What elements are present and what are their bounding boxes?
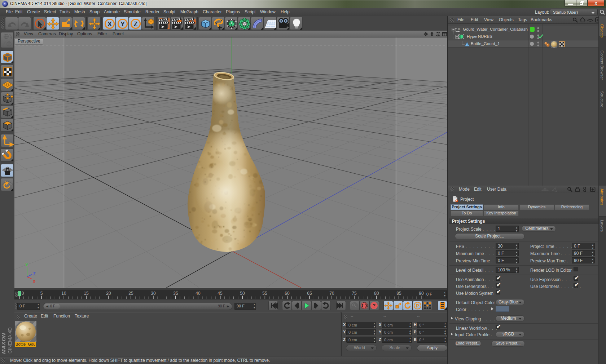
svg-text:15: 15: [84, 291, 89, 296]
svg-text:35: 35: [173, 291, 178, 296]
svg-text:0: 0: [22, 291, 24, 296]
svg-text:90: 90: [419, 291, 424, 296]
svg-text:Y: Y: [25, 263, 28, 267]
svg-text:Y: Y: [120, 21, 125, 28]
svg-text:85: 85: [396, 291, 401, 296]
svg-text:10: 10: [61, 291, 66, 296]
svg-text:75: 75: [352, 291, 357, 296]
svg-text:X: X: [107, 21, 112, 28]
svg-text:0: 0: [458, 27, 460, 31]
svg-text:65: 65: [307, 291, 312, 296]
svg-text:30: 30: [151, 291, 156, 296]
svg-text:5: 5: [40, 291, 43, 296]
svg-text:70: 70: [329, 291, 334, 296]
svg-text:40: 40: [196, 291, 201, 296]
svg-text:X: X: [33, 279, 36, 284]
svg-text:45: 45: [218, 291, 223, 296]
svg-text:55: 55: [262, 291, 267, 296]
svg-text:20: 20: [106, 291, 111, 296]
svg-text:P: P: [416, 303, 419, 308]
svg-text:Z: Z: [134, 21, 138, 28]
svg-text:60: 60: [285, 291, 290, 296]
svg-text:80: 80: [374, 291, 379, 296]
svg-text:Z: Z: [33, 272, 36, 276]
svg-text:50: 50: [240, 291, 245, 296]
svg-text:?: ?: [373, 303, 376, 308]
svg-text:25: 25: [128, 291, 133, 296]
